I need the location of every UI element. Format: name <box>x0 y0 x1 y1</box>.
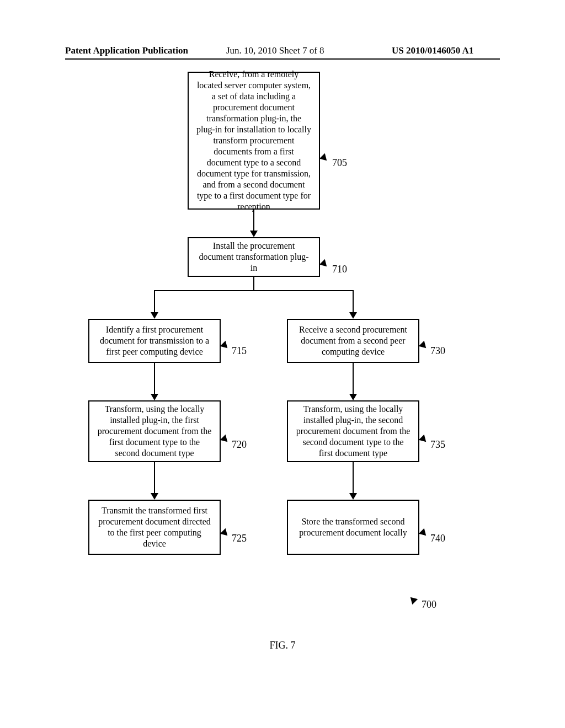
arrow-line <box>353 462 354 494</box>
ref-label-730: 730 <box>430 345 445 357</box>
callout-tick-icon <box>319 259 329 269</box>
ref-label-700: 700 <box>422 599 436 611</box>
ref-label-705: 705 <box>332 157 347 169</box>
flow-box-715: Identify a first procurement document fo… <box>88 319 221 363</box>
ref-label-715: 715 <box>232 345 247 357</box>
arrow-line <box>154 462 155 494</box>
callout-tick-icon <box>220 435 230 445</box>
arrow-down-icon <box>151 493 158 500</box>
arrow-down-icon <box>349 493 357 500</box>
callout-tick-icon <box>220 528 230 538</box>
flow-box-730: Receive a second procurement document fr… <box>287 319 419 363</box>
flow-box-705: Receive, from a remotely located server … <box>188 72 320 210</box>
arrow-line <box>253 210 254 232</box>
ref-label-710: 710 <box>332 264 347 275</box>
header-left: Patent Application Publication <box>65 45 188 56</box>
header-mid: Jun. 10, 2010 Sheet 7 of 8 <box>226 45 324 56</box>
arrow-line <box>353 290 354 313</box>
callout-tick-icon <box>319 153 329 163</box>
header-right: US 2010/0146050 A1 <box>392 45 473 56</box>
arrow-line <box>253 277 254 290</box>
arrow-line <box>353 363 354 395</box>
arrow-line <box>154 290 155 313</box>
flow-box-725: Transmit the transformed first procureme… <box>88 500 221 555</box>
flow-box-710: Install the procurement document transfo… <box>188 237 320 277</box>
arrow-line <box>154 290 354 291</box>
callout-tick-icon <box>220 341 230 351</box>
ref-label-740: 740 <box>430 533 445 544</box>
flow-box-720: Transform, using the locally installed p… <box>88 400 221 462</box>
flow-box-735: Transform, using the locally installed p… <box>287 400 419 462</box>
callout-tick-icon <box>419 341 429 351</box>
callout-tick-icon <box>419 435 429 445</box>
ref-label-735: 735 <box>430 439 445 451</box>
arrow-down-icon <box>151 312 158 319</box>
flow-box-740: Store the transformed second procurement… <box>287 500 419 555</box>
arrow-line <box>154 363 155 395</box>
arrow-down-icon <box>250 231 258 237</box>
callout-tick-icon <box>419 528 429 538</box>
ref-label-720: 720 <box>232 439 247 451</box>
arrow-down-icon <box>349 394 357 400</box>
figure-caption: FIG. 7 <box>0 640 565 651</box>
ref-label-725: 725 <box>232 533 247 544</box>
header-rule <box>65 58 500 60</box>
page: Patent Application Publication Jun. 10, … <box>0 0 565 728</box>
arrow-down-icon <box>349 312 357 319</box>
arrow-down-icon <box>151 394 158 400</box>
callout-tick-icon <box>408 595 418 604</box>
